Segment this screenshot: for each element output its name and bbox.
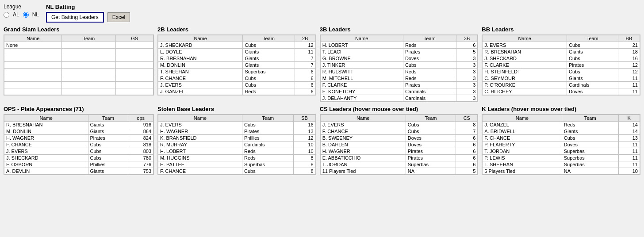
table-row: H. STEINFELDTCubs12	[483, 69, 640, 75]
cell-val: 824	[128, 135, 153, 141]
table-row: T. JORDANSuperbas11	[483, 148, 640, 155]
table-row: F. CHANCECubs7	[320, 128, 478, 135]
bb-col-team: Team	[567, 35, 618, 42]
cell-team	[62, 42, 116, 49]
table-row: F. OSBORNPhillies776	[4, 161, 153, 168]
table-row: H. LOBERTReds10	[158, 148, 316, 155]
cell-name: R. BRESNAHAN	[483, 49, 567, 55]
k-table: Name Team K J. GANZELReds14A. BRIDWELLGi…	[482, 115, 640, 175]
cell-team: Cubs	[403, 62, 456, 69]
table-row: F. CLARKEPirates3	[320, 82, 478, 88]
table-row: 5 Players TiedNA10	[483, 168, 640, 175]
3b-col-val: 3B	[456, 35, 478, 42]
cell-team: Doves	[567, 88, 618, 95]
cell-team: NA	[406, 168, 456, 175]
cell-val: 11	[618, 155, 640, 161]
k-col-team: Team	[562, 115, 618, 122]
table-row: F. CHANCECubs13	[483, 135, 640, 141]
table-row: H. LOBERTReds6	[320, 42, 478, 49]
cell-name: J. EVERS	[483, 42, 567, 49]
cell-team: Doves	[406, 135, 456, 141]
sb-col-val: SB	[294, 115, 315, 122]
cell-name: L. DOYLE	[158, 49, 243, 55]
bb-col-val: BB	[618, 35, 640, 42]
cell-team: Phillies	[88, 161, 128, 168]
table-row: P. LEWISSuperbas11	[483, 155, 640, 161]
cell-name: J. TINKER	[320, 62, 403, 69]
cell-team: Cubs	[406, 128, 456, 135]
excel-button[interactable]: Excel	[107, 12, 130, 22]
table-row: K. BRANSFIELDPhillies12	[158, 135, 316, 141]
cell-name: J. EVERS	[320, 122, 406, 128]
cell-val: 3	[456, 69, 478, 75]
cell-name: H. STEINFELDT	[483, 69, 567, 75]
cell-val: 13	[294, 128, 315, 135]
table-row: M. HUGGINSReds8	[158, 155, 316, 161]
cell-name: J. SHECKARD	[158, 42, 243, 49]
table-row: J. EVERSCubs6	[158, 82, 316, 88]
cell-name: 11 Players Tied	[320, 168, 406, 175]
3b-title: 3B Leaders	[320, 26, 479, 33]
table-row: F. CLARKEPirates12	[483, 62, 640, 69]
table-row: M. DONLINGiants864	[4, 128, 153, 135]
cell-name: M. MITCHELL	[320, 75, 403, 82]
cell-val: 5	[456, 49, 478, 55]
cell-name: G. BROWNE	[320, 55, 403, 62]
cell-name: H. PATTEE	[158, 161, 242, 168]
cell-name: F. CHANCE	[320, 128, 406, 135]
cell-name: F. CLARKE	[483, 62, 567, 69]
cell-team: Cubs	[567, 69, 618, 75]
table-row: R. BRESNAHANGiants916	[4, 122, 153, 128]
cell-name: H. WAGNER	[158, 128, 242, 135]
gs-col-name: Name	[4, 35, 62, 42]
table-row: J. EVERSCubs803	[4, 148, 153, 155]
cell-name: J. EVERS	[158, 82, 243, 88]
cell-name: P. O'ROURKE	[483, 82, 567, 88]
cell-team: Cubs	[406, 122, 456, 128]
table-row: J. SHECKARDCubs12	[158, 42, 316, 49]
cell-team: Superbas	[406, 161, 456, 168]
cell-team: Superbas	[562, 148, 618, 155]
ops-table: Name Team ops R. BRESNAHANGiants916M. DO…	[4, 115, 153, 175]
table-row: None	[4, 42, 153, 49]
table-row: J. GANZELReds6	[158, 88, 316, 95]
table-row: R. BRESNAHANGiants7	[158, 55, 316, 62]
cell-team: Pirates	[403, 82, 456, 88]
table-row-empty	[4, 88, 153, 95]
cell-name: R. BRESNAHAN	[4, 122, 88, 128]
ops-col-name: Name	[4, 115, 88, 122]
get-batting-leaders-button[interactable]: Get Batting Leaders	[46, 12, 104, 23]
cs-col-team: Team	[406, 115, 456, 122]
cell-val: 6	[456, 135, 478, 141]
cell-team: Reds	[403, 75, 456, 82]
cell-val: 780	[128, 155, 153, 161]
table-row-empty	[4, 75, 153, 82]
cell-val: 6	[456, 161, 478, 168]
cell-name: T. JORDAN	[483, 148, 562, 155]
cell-team: Cubs	[242, 168, 294, 175]
cell-team: Giants	[88, 168, 128, 175]
nl-radio[interactable]	[23, 12, 29, 18]
table-row: H. PATTEESuperbas8	[158, 161, 316, 168]
table-row: C. SEYMOURGiants11	[483, 75, 640, 82]
cell-val: 6	[456, 148, 478, 155]
cell-val: 11	[618, 88, 640, 95]
cell-team: Giants	[567, 49, 618, 55]
cell-val: 18	[618, 49, 640, 55]
cell-name: F. OSBORN	[4, 161, 88, 168]
cell-val: 21	[618, 42, 640, 49]
cell-team: Cubs	[88, 155, 128, 161]
cell-val: 12	[618, 69, 640, 75]
cell-val: 5	[456, 168, 478, 175]
cell-val: 803	[128, 148, 153, 155]
ops-col-val: ops	[128, 115, 153, 122]
table-row: F. CHANCECubs818	[4, 141, 153, 148]
cell-name: M. DONLIN	[158, 62, 243, 69]
cell-val: 8	[294, 161, 315, 168]
al-radio[interactable]	[4, 12, 9, 18]
bb-title: BB Leaders	[482, 26, 640, 33]
sb-col-team: Team	[242, 115, 294, 122]
cell-val: 864	[128, 128, 153, 135]
cell-val: 3	[456, 82, 478, 88]
table-row: P. FLAHERTYDoves11	[483, 141, 640, 148]
